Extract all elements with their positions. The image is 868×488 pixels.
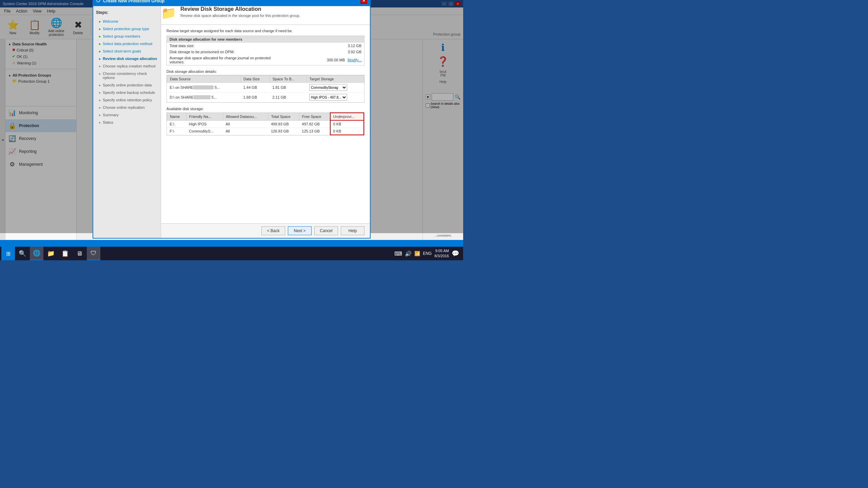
step-online-protection[interactable]: ● Specify online protection data: [93, 81, 161, 89]
avail-row1-free: 125.13 GB: [299, 128, 330, 135]
taskbar-ie[interactable]: 🌐: [30, 247, 43, 260]
step-dot-stat: ●: [99, 121, 101, 124]
avail-row1-allowed: All: [223, 128, 268, 135]
table-row: E:\ High IPOS All 499.93 GB 497.82 GB 0 …: [167, 120, 364, 128]
step-protection-group-type[interactable]: ● Select protection group type: [93, 25, 161, 33]
allocation-new-members-box: Disk storage allocation for new members …: [166, 36, 364, 65]
change-journal-value: 300.00 MB: [327, 58, 345, 62]
avail-col-name: Name: [167, 113, 186, 120]
dialog-header: 📁 Review Disk Storage Allocation Review …: [161, 6, 370, 25]
dialog-overlay: 🛡 Create New Protection Group ✕ Steps: ●…: [0, 0, 463, 233]
step-dot-welcome: ●: [99, 20, 101, 23]
notification-icon[interactable]: 💬: [452, 250, 459, 257]
avail-row0-name: E:\: [167, 120, 186, 128]
dialog-main-description: Review disk space allocated in the stora…: [180, 14, 300, 18]
step-dot-dpm: ●: [99, 42, 101, 46]
steps-label: Steps:: [93, 9, 161, 18]
dialog-close-button[interactable]: ✕: [360, 0, 367, 4]
avail-row0-under: 0 KB: [330, 120, 364, 128]
step-summary[interactable]: ● Summary: [93, 111, 161, 119]
total-data-size-label: Total data size:: [170, 44, 271, 48]
step-label-rc: Choose replica creation method: [103, 64, 155, 68]
taskbar-app1[interactable]: 📋: [58, 247, 72, 260]
step-label-op: Specify online protection data: [103, 83, 152, 87]
available-storage-label: Available disk storage:: [166, 107, 364, 111]
allocation-new-members-header: Disk storage allocation for new members: [167, 36, 364, 43]
step-online-backup-schedule[interactable]: ● Specify online backup schedule: [93, 89, 161, 96]
dialog-footer: < Back Next > Cancel Help: [161, 223, 370, 238]
step-dot-obs: ●: [99, 91, 101, 95]
avail-row0-allowed: All: [223, 120, 268, 128]
modify-link[interactable]: Modify...: [348, 58, 361, 62]
time-display: 9:05 AM: [434, 248, 449, 253]
col-data-source: Data Source: [167, 76, 241, 83]
disk-provisioned-label: Disk storage to be provisoned on DPM:: [170, 50, 271, 54]
dialog-header-icon: 📁: [161, 6, 176, 20]
start-button[interactable]: ⊞: [1, 247, 15, 260]
step-online-replication[interactable]: ● Choose online replication: [93, 104, 161, 111]
row0-target[interactable]: CommodityStorag High IPOS - 497.8...: [307, 83, 364, 93]
col-target-storage: Target Storage: [307, 76, 364, 83]
avail-row1-friendly: CommodityS...: [186, 128, 223, 135]
dialog-title-icon: 🛡: [96, 0, 100, 3]
status-bar: [0, 240, 463, 247]
available-storage-table-container: Name Friendly Na... Allowed Datasou... T…: [166, 112, 364, 136]
step-dot-gm: ●: [99, 35, 101, 38]
avail-row1-under: 0 KB: [330, 128, 364, 135]
step-label-cc: Choose consistency check options: [103, 72, 158, 80]
step-consistency-check[interactable]: ● Choose consistency check options: [93, 70, 161, 81]
dialog-body: Steps: ● Welcome ● Select protection gro…: [93, 6, 370, 238]
step-label-da: Review disk storage allocation: [103, 57, 157, 61]
step-dot-sum: ●: [99, 113, 101, 117]
step-label-obs: Specify online backup schedule: [103, 90, 155, 95]
status-text: ...consistent.: [434, 234, 452, 237]
taskbar: ⊞ 🔍 🌐 📁 📋 🖥 🛡 ⌨ 🔊 📶 ENG 9:05 AM 8/3/2016…: [0, 247, 463, 260]
step-replica-creation[interactable]: ● Choose replica creation method: [93, 62, 161, 70]
dialog-right-content: 📁 Review Disk Storage Allocation Review …: [161, 6, 370, 238]
taskbar-explorer[interactable]: 📁: [44, 247, 58, 260]
dialog-steps-panel: Steps: ● Welcome ● Select protection gro…: [93, 6, 161, 238]
dialog-main-title: Review Disk Storage Allocation: [180, 6, 300, 12]
back-button[interactable]: < Back: [261, 226, 285, 235]
row0-space: 1.81 GB: [270, 83, 307, 93]
step-data-protection-method[interactable]: ● Select data protection method: [93, 40, 161, 47]
avail-col-total: Total Space: [268, 113, 299, 120]
row0-target-select[interactable]: CommodityStorag High IPOS - 497.8...: [309, 84, 347, 91]
taskbar-app2[interactable]: 🖥: [73, 247, 86, 260]
change-journal-row: Average disk space allocated for change …: [167, 55, 364, 65]
step-short-term-goals[interactable]: ● Select short-term goals: [93, 47, 161, 55]
create-protection-group-dialog: 🛡 Create New Protection Group ✕ Steps: ●…: [93, 0, 371, 239]
step-welcome[interactable]: ● Welcome: [93, 18, 161, 25]
row1-source: D:\ on SHARE 5...: [167, 93, 241, 102]
step-label-welcome: Welcome: [103, 19, 118, 23]
avail-col-friendly: Friendly Na...: [186, 113, 223, 120]
step-dot-orep: ●: [99, 106, 101, 109]
taskbar-search[interactable]: 🔍: [16, 247, 29, 260]
step-label-dpm: Select data protection method: [103, 42, 152, 46]
taskbar-keyboard-icon[interactable]: ⌨: [394, 250, 402, 257]
dialog-scroll-content: Review target storage assigned for each …: [161, 29, 370, 223]
dialog-title: Create New Protection Group: [103, 0, 164, 3]
step-label-or: Specify online retention policy: [103, 98, 152, 102]
step-dot-rc: ●: [99, 64, 101, 68]
help-button[interactable]: Help: [341, 226, 364, 235]
cancel-button[interactable]: Cancel: [314, 226, 338, 235]
avail-row0-friendly: High IPOS: [186, 120, 223, 128]
avail-col-free: Free Space: [299, 113, 330, 120]
step-dot-op: ●: [99, 83, 101, 87]
step-dot-or: ●: [99, 98, 101, 102]
step-online-retention[interactable]: ● Specify online retention policy: [93, 96, 161, 104]
step-status[interactable]: ● Status: [93, 119, 161, 126]
step-disk-allocation[interactable]: ● Review disk storage allocation: [93, 55, 161, 62]
taskbar-volume-icon[interactable]: 🔊: [405, 250, 412, 257]
main-window: System Center 2016 DPM Administrator Con…: [0, 0, 463, 247]
intro-text: Review target storage assigned for each …: [166, 29, 364, 33]
row1-target-select[interactable]: High IPOS - 497.8... CommodityStorag: [309, 94, 347, 101]
next-button[interactable]: Next >: [288, 226, 312, 235]
step-group-members[interactable]: ● Select group members: [93, 33, 161, 40]
taskbar-network-icon[interactable]: 📶: [414, 251, 420, 256]
available-storage-table: Name Friendly Na... Allowed Datasou... T…: [167, 113, 364, 135]
taskbar-dpm[interactable]: 🛡: [87, 247, 100, 260]
disk-provisioned-row: Disk storage to be provisoned on DPM: 3.…: [167, 49, 364, 55]
row1-target[interactable]: High IPOS - 497.8... CommodityStorag: [307, 93, 364, 102]
